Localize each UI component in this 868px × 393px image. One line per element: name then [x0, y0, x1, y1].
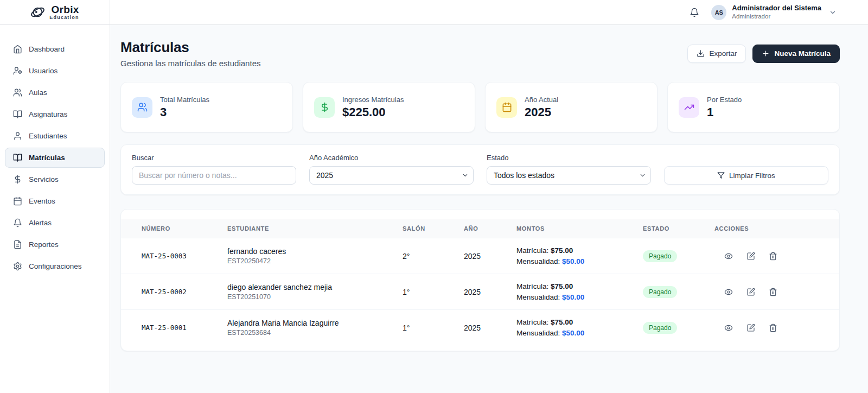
stat-card-body: Por Estado 1: [707, 96, 742, 119]
page-title: Matrículas: [120, 39, 260, 56]
matricula-amount: Matrícula: $75.00: [516, 245, 624, 256]
chevron-down-icon: [829, 9, 837, 16]
col-estudiante: ESTUDIANTE: [214, 219, 390, 238]
student-name: diego alexander sanchez mejia: [227, 283, 384, 291]
export-button-label: Exportar: [709, 49, 737, 58]
stat-label: Año Actual: [525, 96, 558, 104]
year-cell: 2025: [451, 310, 503, 346]
sidebar-item-usuarios[interactable]: Usuarios: [5, 61, 105, 81]
topbar: AS Administrador del Sistema Administrad…: [110, 0, 868, 25]
trash-icon: [769, 252, 777, 261]
export-button[interactable]: Exportar: [687, 45, 746, 63]
amounts-cell: Matrícula: $75.00 Mensualidad: $50.00: [503, 238, 630, 274]
user-menu[interactable]: AS Administrador del Sistema Administrad…: [711, 4, 837, 21]
sidebar-item-label: Asignaturas: [29, 110, 67, 118]
mensualidad-amount: Mensualidad: $50.00: [516, 328, 624, 339]
orbit-icon: [30, 5, 45, 20]
user-role: Administrador: [732, 12, 821, 20]
notifications-button[interactable]: [690, 8, 699, 17]
year-label: Año Académico: [309, 154, 474, 162]
matricula-number: MAT-25-0001: [121, 310, 214, 346]
sidebar-nav: Dashboard Usuarios Aulas Asignaturas Est…: [0, 25, 110, 276]
actions-cell: [701, 310, 839, 346]
sidebar-item-configuraciones[interactable]: Configuraciones: [5, 256, 105, 276]
salon-cell: 2°: [390, 238, 451, 274]
gear-icon: [13, 262, 22, 271]
stat-card-anio-actual: Año Actual 2025: [485, 82, 658, 132]
home-icon: [13, 45, 22, 54]
sidebar-item-label: Servicios: [29, 175, 59, 183]
student-code: EST20250472: [227, 257, 384, 265]
actions-cell: [701, 238, 839, 274]
funnel-icon: [717, 172, 725, 179]
edit-button[interactable]: [745, 287, 756, 297]
status-select[interactable]: Todos los estados: [487, 166, 651, 185]
stat-label: Ingresos Matrículas: [342, 96, 404, 104]
edit-icon: [746, 324, 755, 332]
page-header-text: Matrículas Gestiona las matrículas de es…: [120, 39, 260, 68]
page-header: Matrículas Gestiona las matrículas de es…: [120, 39, 840, 68]
actions-cell: [701, 274, 839, 310]
view-button[interactable]: [723, 322, 734, 333]
sidebar-item-alertas[interactable]: Alertas: [5, 213, 105, 233]
stat-label: Por Estado: [707, 96, 742, 104]
sidebar-item-estudiantes[interactable]: Estudiantes: [5, 126, 105, 146]
status-cell: Pagado: [630, 274, 701, 310]
status-select-wrap: Todos los estados: [487, 166, 651, 185]
delete-button[interactable]: [768, 251, 778, 262]
plus-icon: [762, 49, 770, 58]
filter-search: Buscar: [132, 154, 296, 185]
new-matricula-button[interactable]: Nueva Matrícula: [752, 45, 840, 63]
matriculas-table: NÚMERO ESTUDIANTE SALÓN AÑO MONTOS ESTAD…: [121, 219, 839, 345]
sidebar-item-dashboard[interactable]: Dashboard: [5, 39, 105, 59]
sidebar-item-label: Dashboard: [29, 45, 65, 53]
edit-button[interactable]: [745, 251, 756, 262]
sidebar-item-matriculas[interactable]: Matrículas: [5, 148, 105, 168]
view-button[interactable]: [723, 287, 734, 297]
brand-logo[interactable]: Orbix Education: [0, 0, 110, 25]
sidebar-item-eventos[interactable]: Eventos: [5, 191, 105, 211]
matricula-number: MAT-25-0002: [121, 274, 214, 310]
brand-tagline: Education: [49, 15, 79, 20]
sidebar-item-servicios[interactable]: Servicios: [5, 169, 105, 189]
bell-icon: [13, 218, 22, 227]
sidebar-item-asignaturas[interactable]: Asignaturas: [5, 104, 105, 124]
table-row: MAT-25-0001 Alejandra Maria Mancia Izagu…: [121, 310, 839, 346]
stat-value: 3: [160, 105, 209, 119]
delete-button[interactable]: [768, 322, 778, 333]
sidebar-item-reportes[interactable]: Reportes: [5, 234, 105, 255]
stat-value: 2025: [525, 105, 558, 119]
stat-value: 1: [707, 105, 742, 119]
eye-icon: [724, 252, 733, 261]
brand-text: Orbix Education: [49, 4, 79, 20]
search-input[interactable]: [132, 166, 296, 185]
amounts-cell: Matrícula: $75.00 Mensualidad: $50.00: [503, 274, 630, 310]
view-button[interactable]: [723, 251, 734, 262]
matricula-amount: Matrícula: $75.00: [516, 281, 624, 292]
stat-card-body: Ingresos Matrículas $225.00: [342, 96, 404, 119]
year-select[interactable]: 2025: [309, 166, 474, 185]
page-actions: Exportar Nueva Matrícula: [687, 45, 840, 63]
filters-panel: Buscar Año Académico 2025 Estado: [120, 144, 840, 195]
book-open-icon: [13, 153, 22, 162]
edit-button[interactable]: [745, 322, 756, 333]
eye-icon: [724, 324, 733, 332]
student-cell: Alejandra Maria Mancia Izaguirre EST2025…: [214, 310, 390, 346]
edit-icon: [746, 288, 755, 296]
search-label: Buscar: [132, 154, 296, 162]
delete-button[interactable]: [768, 287, 778, 297]
page-content: Matrículas Gestiona las matrículas de es…: [110, 25, 868, 351]
file-text-icon: [13, 240, 22, 249]
status-cell: Pagado: [630, 310, 701, 346]
student-name: Alejandra Maria Mancia Izaguirre: [227, 319, 384, 327]
clear-filters-button[interactable]: Limpiar Filtros: [664, 166, 828, 185]
sidebar-item-label: Matrículas: [29, 154, 65, 162]
table-header-row: NÚMERO ESTUDIANTE SALÓN AÑO MONTOS ESTAD…: [121, 219, 839, 238]
stat-cards: Total Matrículas 3 Ingresos Matrículas $…: [120, 82, 840, 132]
sidebar-item-aulas[interactable]: Aulas: [5, 83, 105, 103]
user-meta: Administrador del Sistema Administrador: [732, 4, 821, 21]
col-estado: ESTADO: [630, 219, 701, 238]
trending-up-icon: [679, 97, 699, 118]
sidebar-item-label: Usuarios: [29, 67, 58, 75]
matricula-amount: Matrícula: $75.00: [516, 317, 624, 328]
